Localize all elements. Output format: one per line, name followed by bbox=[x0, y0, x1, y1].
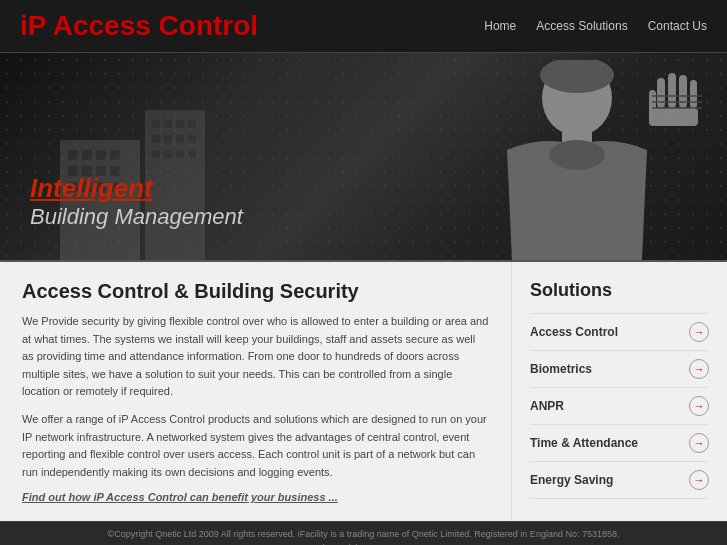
svg-rect-29 bbox=[690, 80, 697, 108]
solution-item-biometrics[interactable]: Biometrics → bbox=[530, 351, 709, 388]
hero-tagline-highlight: Intelligent bbox=[30, 173, 243, 204]
svg-rect-17 bbox=[188, 120, 196, 128]
solutions-panel: Solutions Access Control → Biometrics → … bbox=[512, 262, 727, 521]
solution-arrow-access-control: → bbox=[689, 322, 709, 342]
svg-rect-24 bbox=[176, 150, 184, 158]
header: iP Access Control Home Access Solutions … bbox=[0, 0, 727, 52]
solution-arrow-energy-saving: → bbox=[689, 470, 709, 490]
solution-label-anpr: ANPR bbox=[530, 399, 564, 413]
svg-rect-2 bbox=[82, 150, 92, 160]
svg-rect-3 bbox=[96, 150, 106, 160]
solution-arrow-biometrics: → bbox=[689, 359, 709, 379]
svg-point-38 bbox=[549, 140, 605, 170]
svg-rect-21 bbox=[188, 135, 196, 143]
footer: ©Copyright Qnetic Ltd 2009 All rights re… bbox=[0, 521, 727, 545]
nav-access-solutions[interactable]: Access Solutions bbox=[536, 19, 627, 33]
content-para2: We offer a range of iP Access Control pr… bbox=[22, 411, 489, 481]
solution-item-energy-saving[interactable]: Energy Saving → bbox=[530, 462, 709, 499]
solution-arrow-anpr: → bbox=[689, 396, 709, 416]
svg-rect-1 bbox=[68, 150, 78, 160]
solution-label-time-attendance: Time & Attendance bbox=[530, 436, 638, 450]
find-out-link[interactable]: Find out how iP Access Control can benef… bbox=[22, 491, 489, 503]
main-content: Access Control & Building Security We Pr… bbox=[0, 262, 727, 521]
hero-text: Intelligent Building Management bbox=[30, 173, 243, 230]
main-nav: Home Access Solutions Contact Us bbox=[484, 19, 707, 33]
solution-arrow-time-attendance: → bbox=[689, 433, 709, 453]
hero-section: Intelligent Building Management bbox=[0, 52, 727, 262]
svg-rect-20 bbox=[176, 135, 184, 143]
solution-label-biometrics: Biometrics bbox=[530, 362, 592, 376]
solution-item-time-attendance[interactable]: Time & Attendance → bbox=[530, 425, 709, 462]
building-silhouette bbox=[30, 80, 230, 260]
nav-home[interactable]: Home bbox=[484, 19, 516, 33]
solution-item-anpr[interactable]: ANPR → bbox=[530, 388, 709, 425]
content-left: Access Control & Building Security We Pr… bbox=[0, 262, 512, 521]
nav-contact[interactable]: Contact Us bbox=[648, 19, 707, 33]
svg-rect-19 bbox=[164, 135, 172, 143]
svg-rect-18 bbox=[152, 135, 160, 143]
hero-tagline-rest: Building Management bbox=[30, 204, 243, 230]
logo-accent: iP bbox=[20, 10, 46, 41]
svg-rect-22 bbox=[152, 150, 160, 158]
svg-rect-16 bbox=[176, 120, 184, 128]
solutions-heading: Solutions bbox=[530, 280, 709, 301]
svg-rect-4 bbox=[110, 150, 120, 160]
solution-label-access-control: Access Control bbox=[530, 325, 618, 339]
solution-item-access-control[interactable]: Access Control → bbox=[530, 313, 709, 351]
svg-rect-15 bbox=[164, 120, 172, 128]
svg-rect-23 bbox=[164, 150, 172, 158]
svg-rect-28 bbox=[679, 75, 687, 108]
svg-rect-14 bbox=[152, 120, 160, 128]
footer-line1: ©Copyright Qnetic Ltd 2009 All rights re… bbox=[6, 528, 721, 542]
person-silhouette bbox=[487, 60, 667, 260]
content-heading: Access Control & Building Security bbox=[22, 280, 489, 303]
content-para1: We Provide security by giving flexible c… bbox=[22, 313, 489, 401]
logo-text: Access Control bbox=[46, 10, 258, 41]
solution-label-energy-saving: Energy Saving bbox=[530, 473, 613, 487]
logo: iP Access Control bbox=[20, 10, 258, 42]
svg-rect-25 bbox=[188, 150, 196, 158]
